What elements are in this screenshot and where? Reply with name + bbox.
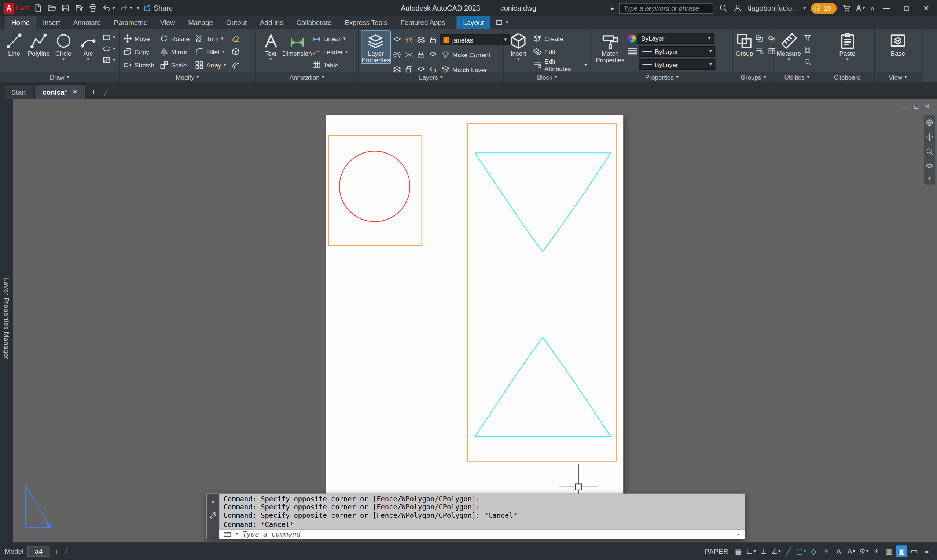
circle-button[interactable]: Circle ▾ (52, 31, 75, 62)
layer-select-combo[interactable]: janelas ▾ (440, 34, 510, 45)
panel-label-utilities[interactable]: Utilities▾ (774, 72, 820, 82)
fillet-button[interactable]: Fillet ▾ (194, 46, 227, 57)
command-recent-dropdown-icon[interactable]: ▾ (235, 532, 238, 537)
workspace-switching-icon[interactable]: ⚙▾ (858, 545, 869, 557)
layer-properties-button[interactable]: Layer Properties (361, 31, 391, 64)
share-button[interactable]: Share (144, 4, 173, 12)
paste-button[interactable]: Paste ▾ (835, 31, 860, 62)
circle-dropdown-icon[interactable]: ▾ (62, 57, 65, 62)
leader-dropdown-icon[interactable]: ▾ (345, 49, 348, 54)
save-icon[interactable] (61, 4, 70, 12)
tab-featured-apps[interactable]: Featured Apps (394, 16, 452, 29)
drawing-close-icon[interactable]: ✕ (924, 103, 930, 110)
layer-lock-icon[interactable] (428, 35, 438, 45)
panel-label-view[interactable]: View▾ (875, 72, 921, 82)
autocad-logo[interactable]: A CAD (4, 3, 29, 13)
graphics-performance-icon[interactable]: ▣ (896, 545, 907, 557)
copy-button[interactable]: Copy (122, 46, 156, 57)
ungroup-icon[interactable] (754, 33, 764, 44)
tab-view[interactable]: View (154, 16, 182, 29)
search-icon[interactable] (719, 4, 728, 12)
search-collapse-icon[interactable]: ▸ (611, 6, 614, 10)
group-selectable-icon[interactable] (754, 46, 764, 57)
object-snap-icon[interactable]: ▢▾ (795, 545, 807, 557)
linear-dimension-button[interactable]: Linear ▾ (311, 33, 349, 45)
tab-manage[interactable]: Manage (182, 16, 220, 29)
paste-dropdown-icon[interactable]: ▾ (846, 57, 849, 62)
object-snap-tracking-icon[interactable]: ╱ (783, 545, 794, 557)
panel-label-block[interactable]: Block▾ (504, 72, 590, 82)
command-tools-icon[interactable] (209, 512, 217, 520)
navigation-wheel-icon[interactable] (926, 119, 933, 126)
match-properties-button[interactable]: Match Properties (594, 31, 627, 63)
cart-icon[interactable] (842, 4, 851, 12)
user-avatar-icon[interactable] (734, 4, 742, 12)
zoom-icon[interactable] (926, 148, 933, 155)
arc-button[interactable]: Arc ▾ (76, 31, 100, 62)
panel-label-draw[interactable]: Draw▾ (0, 72, 119, 82)
annotation-scale-icon[interactable]: A▾ (846, 545, 857, 557)
model-tab[interactable]: Model (5, 548, 23, 555)
linetype-combo[interactable]: ByLayer ▾ (639, 59, 715, 70)
lineweight-display-icon[interactable]: + (820, 545, 832, 557)
pan-icon[interactable] (926, 134, 933, 141)
layer-properties-palette-strip[interactable]: Layer Properties Manager (0, 98, 13, 542)
quick-calc-icon[interactable] (802, 45, 813, 55)
signed-in-user[interactable]: tiagobonifacio... (748, 4, 798, 12)
command-window[interactable]: ✕ Command: Specify opposite corner or [F… (206, 493, 745, 540)
panel-label-groups[interactable]: Groups▾ (733, 72, 773, 82)
user-dropdown-icon[interactable]: ▾ (803, 6, 806, 10)
file-tab-start[interactable]: Start (4, 84, 34, 98)
viewport-rect-small[interactable] (329, 135, 422, 246)
plot-icon[interactable] (89, 4, 97, 12)
make-current-button[interactable]: Make Current (440, 49, 492, 60)
panel-label-layers[interactable]: Layers▾ (358, 72, 503, 82)
panel-label-annotation[interactable]: Annotation▾ (256, 72, 358, 82)
new-layout-button[interactable]: + (54, 546, 58, 556)
drawing-canvas[interactable]: — □ ✕ ▾ ✕ Command: Specify oppos (13, 98, 937, 542)
erase-button[interactable] (230, 33, 242, 45)
cone-curve-top[interactable] (475, 153, 611, 251)
snap-toggle-icon[interactable]: ∟▾ (745, 545, 757, 557)
linear-dropdown-icon[interactable]: ▾ (343, 36, 346, 41)
hatch-button[interactable]: ▾ (102, 56, 115, 65)
edit-attributes-dropdown-icon[interactable]: ▾ (584, 62, 587, 67)
autodesk-app-button[interactable]: A ▾ (856, 4, 865, 12)
tab-insert[interactable]: Insert (36, 16, 67, 29)
minimize-button[interactable]: — (880, 4, 894, 12)
rotate-button[interactable]: Rotate (158, 33, 191, 45)
grid-toggle-icon[interactable]: ▦ (733, 545, 744, 557)
palette-tab-label[interactable]: Layer Properties Manager (3, 278, 10, 360)
polar-tracking-icon[interactable]: ∠▾ (770, 545, 782, 557)
panel-label-properties[interactable]: Properties▾ (591, 72, 732, 82)
tab-home[interactable]: Home (5, 16, 36, 29)
base-view-button[interactable]: Base (885, 31, 910, 57)
undo-dropdown-icon[interactable]: ▾ (112, 6, 115, 10)
tab-layout-contextual[interactable]: Layout (456, 16, 490, 29)
command-input[interactable]: ▾ Type a command ▴ (219, 529, 745, 539)
redo-dropdown-icon[interactable]: ▾ (130, 6, 132, 10)
navbar-more-icon[interactable]: ▾ (928, 176, 931, 181)
ortho-toggle-icon[interactable]: ⊥ (758, 545, 769, 557)
qat-customize-icon[interactable]: ▾ (137, 6, 140, 10)
drawing-restore-icon[interactable]: □ (914, 103, 918, 110)
panel-label-clipboard[interactable]: Clipboard (820, 72, 874, 82)
array-dropdown-icon[interactable]: ▾ (224, 62, 226, 67)
measure-button[interactable]: Measure ▾ (777, 31, 802, 62)
layer-off-icon[interactable] (392, 49, 402, 60)
layer-state-icon[interactable] (392, 35, 402, 45)
drawing-minimize-icon[interactable]: — (902, 103, 908, 110)
annotation-visibility-icon[interactable]: A (833, 545, 844, 557)
new-file-icon[interactable] (34, 4, 43, 12)
lineweight-combo[interactable]: ByLayer ▾ (639, 46, 715, 57)
new-drawing-tab-button[interactable]: + (86, 84, 101, 98)
text-dropdown-icon[interactable]: ▾ (269, 57, 272, 62)
layer-isolate-icon[interactable] (416, 35, 426, 45)
layer-freeze-icon[interactable] (404, 49, 414, 60)
lineweight-icon[interactable] (628, 48, 637, 54)
maximize-button[interactable]: □ (899, 4, 914, 12)
orbit-icon[interactable] (926, 162, 933, 170)
offset-button[interactable] (230, 59, 242, 70)
quick-properties-icon[interactable]: ▥ (883, 545, 894, 557)
save-as-icon[interactable] (75, 4, 83, 12)
